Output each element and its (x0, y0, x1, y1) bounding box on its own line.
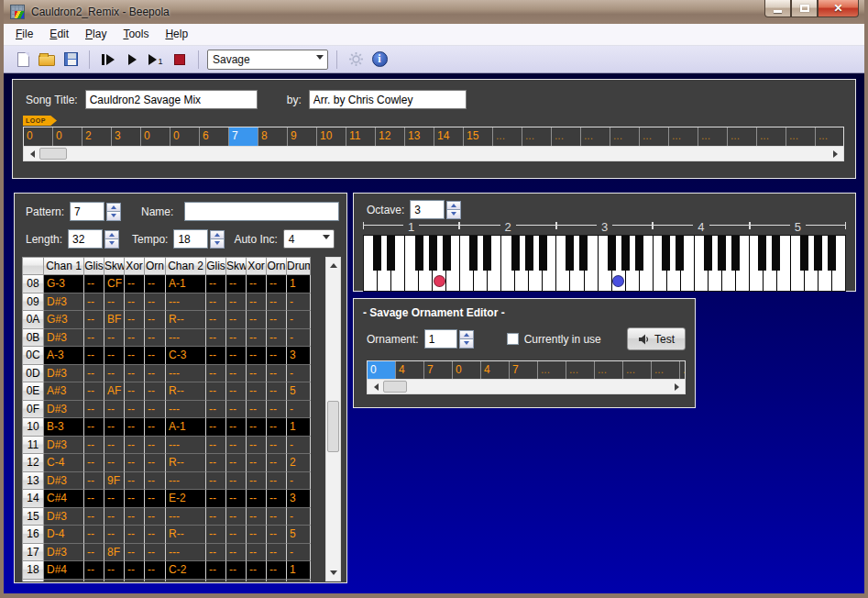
cell[interactable]: -- (104, 508, 125, 526)
row-number[interactable]: 09 (22, 293, 44, 312)
cell[interactable]: -- (226, 561, 247, 580)
cell[interactable]: -- (226, 365, 247, 383)
ornament-cell[interactable]: 0 (453, 361, 481, 379)
cell[interactable]: -- (125, 508, 145, 526)
cell[interactable]: -- (206, 382, 226, 401)
cell[interactable]: G#3 (44, 311, 84, 329)
ornament-cell[interactable]: ... (538, 361, 566, 379)
piano-black-key[interactable] (608, 236, 616, 271)
cell[interactable]: -- (206, 526, 226, 544)
cell[interactable]: -- (125, 526, 145, 544)
cell[interactable]: -- (145, 508, 166, 526)
piano-black-key[interactable] (772, 236, 780, 271)
cell[interactable]: -- (206, 365, 226, 383)
cell[interactable]: -- (125, 437, 145, 455)
cell[interactable]: -- (226, 490, 247, 508)
cell[interactable]: -- (267, 526, 287, 544)
scrollbar-thumb[interactable] (327, 401, 339, 452)
cell[interactable]: -- (104, 347, 125, 365)
cell[interactable]: -- (84, 382, 104, 401)
pattern-number-input[interactable] (70, 202, 104, 221)
cell[interactable]: -- (247, 561, 267, 580)
sequence-scrollbar[interactable] (23, 146, 844, 161)
piano-black-key[interactable] (373, 236, 381, 271)
cell[interactable]: -- (247, 347, 267, 365)
scrollbar-thumb[interactable] (39, 148, 67, 160)
cell[interactable]: -- (125, 365, 145, 383)
cell[interactable]: -- (84, 561, 104, 580)
sequence-cell[interactable]: ... (581, 127, 610, 146)
cell[interactable]: -- (104, 329, 125, 348)
cell[interactable]: -- (247, 401, 267, 419)
cell[interactable]: -- (145, 561, 166, 580)
cell[interactable]: -- (226, 472, 247, 491)
cell[interactable]: -- (104, 526, 125, 544)
ornament-number-input[interactable] (424, 329, 457, 349)
menu-tools[interactable]: Tools (115, 24, 157, 45)
cell[interactable]: -- (125, 561, 145, 580)
cell[interactable] (125, 580, 145, 582)
cell[interactable]: -- (267, 544, 287, 562)
cell[interactable]: -- (267, 293, 287, 312)
cell[interactable] (226, 580, 247, 582)
cell[interactable]: -- (125, 472, 145, 491)
cell[interactable]: -- (206, 437, 226, 455)
maximize-button[interactable] (791, 0, 818, 17)
cell[interactable]: -- (104, 454, 125, 472)
cell[interactable]: -- (84, 401, 104, 419)
cell[interactable]: A#3 (44, 382, 84, 401)
row-number[interactable]: 10 (22, 418, 44, 437)
sequence-cell[interactable]: 0 (170, 127, 200, 146)
piano-black-key[interactable] (676, 236, 684, 271)
cell[interactable]: -- (84, 329, 104, 348)
scroll-right-arrow[interactable] (828, 147, 843, 161)
row-number[interactable]: 0A (22, 311, 44, 329)
cell[interactable]: --- (166, 329, 206, 348)
cell[interactable]: BF (104, 311, 125, 329)
cell[interactable]: -- (247, 365, 267, 383)
sequence-cell[interactable]: 11 (346, 127, 376, 146)
cell[interactable]: -- (247, 472, 267, 491)
cell[interactable] (287, 580, 311, 582)
cell[interactable]: -- (145, 454, 166, 472)
sequence-cell[interactable]: ... (610, 127, 640, 146)
cell[interactable]: --- (166, 437, 206, 455)
ornament-cell[interactable]: ... (566, 361, 595, 379)
cell[interactable]: B-3 (44, 418, 84, 437)
song-title-input[interactable] (85, 90, 258, 109)
spin-down-button[interactable] (104, 239, 119, 249)
ornament-cell[interactable]: 0 (368, 361, 396, 379)
cell[interactable]: -- (247, 544, 267, 562)
menu-help[interactable]: Help (157, 24, 196, 45)
cell[interactable]: -- (145, 544, 166, 562)
cell[interactable]: - (287, 437, 311, 455)
cell[interactable]: A-3 (44, 347, 84, 365)
cell[interactable]: A-1 (166, 275, 206, 293)
scroll-up-arrow[interactable] (326, 258, 340, 272)
author-input[interactable] (309, 90, 467, 109)
cell[interactable]: D#3 (44, 401, 84, 419)
play-song-button[interactable] (96, 49, 120, 71)
cell[interactable] (166, 580, 206, 582)
cell[interactable]: - (287, 365, 311, 383)
cell[interactable]: -- (104, 437, 125, 455)
cell[interactable]: -- (206, 418, 226, 437)
auto-inc-select[interactable]: 4 (283, 229, 335, 249)
cell[interactable]: --- (166, 293, 206, 312)
cell[interactable]: -- (267, 490, 287, 508)
cell[interactable]: -- (226, 347, 247, 365)
cell[interactable]: -- (247, 526, 267, 544)
cell[interactable] (247, 580, 267, 582)
piano-black-key[interactable] (718, 236, 726, 271)
sequence-cell[interactable]: ... (757, 127, 786, 146)
test-button[interactable]: Test (627, 327, 686, 350)
cell[interactable]: -- (145, 418, 166, 437)
cell[interactable]: -- (247, 454, 267, 472)
pattern-name-input[interactable] (184, 202, 339, 221)
row-number[interactable]: 0B (22, 329, 44, 348)
row-number[interactable]: 15 (22, 508, 44, 526)
piano-black-key[interactable] (387, 236, 395, 271)
piano-black-key[interactable] (415, 236, 423, 271)
cell[interactable]: --- (166, 508, 206, 526)
currently-in-use-checkbox[interactable] (507, 333, 519, 345)
